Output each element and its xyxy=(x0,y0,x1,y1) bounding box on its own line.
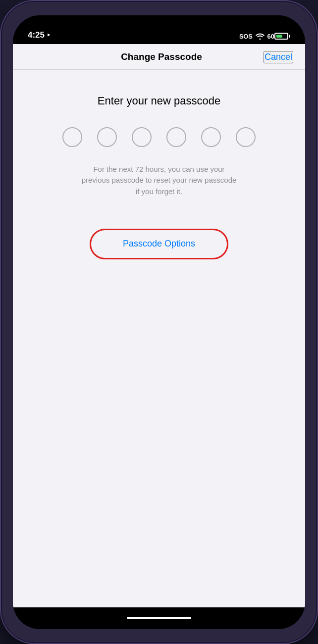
status-bar-right: SOS 60 xyxy=(239,33,290,40)
page-title: Change Passcode xyxy=(59,51,264,62)
status-bar: 4:25 ‣ SOS 60 xyxy=(13,15,305,44)
phone-screen: 4:25 ‣ SOS 60 xyxy=(13,15,305,629)
cancel-button[interactable]: Cancel xyxy=(264,51,293,63)
hint-message: For the next 72 hours, you can use your … xyxy=(80,164,238,198)
phone-frame: 4:25 ‣ SOS 60 xyxy=(0,0,318,644)
modal-area: Enter your new passcode For the next 72 … xyxy=(13,70,305,607)
status-bar-left: 4:25 ‣ xyxy=(28,30,51,40)
passcode-dot-4 xyxy=(166,127,186,147)
wifi-icon xyxy=(256,33,265,40)
passcode-dot-1 xyxy=(62,127,82,147)
passcode-prompt: Enter your new passcode xyxy=(98,95,220,107)
passcode-options-button[interactable]: Passcode Options xyxy=(103,232,215,256)
time-display: 4:25 xyxy=(28,30,45,40)
passcode-dot-2 xyxy=(97,127,117,147)
passcode-dot-5 xyxy=(201,127,221,147)
dynamic-island xyxy=(128,23,190,40)
passcode-dot-3 xyxy=(132,127,152,147)
location-icon: ‣ xyxy=(47,31,51,39)
navigation-bar: Change Passcode Cancel xyxy=(13,44,305,70)
home-indicator-bar xyxy=(13,607,305,629)
passcode-options-wrapper: Passcode Options xyxy=(103,232,215,256)
battery-icon: 60 xyxy=(267,33,290,40)
passcode-dot-6 xyxy=(236,127,256,147)
battery-tip xyxy=(289,35,290,38)
battery-body xyxy=(274,33,288,40)
dynamic-island-container xyxy=(128,23,190,40)
passcode-dots-row xyxy=(62,127,256,147)
sos-indicator: SOS xyxy=(239,33,253,40)
battery-fill xyxy=(276,35,282,38)
battery-percent: 60 xyxy=(267,33,274,40)
home-indicator xyxy=(127,617,191,619)
screen-content: Change Passcode Cancel Enter your new pa… xyxy=(13,44,305,607)
